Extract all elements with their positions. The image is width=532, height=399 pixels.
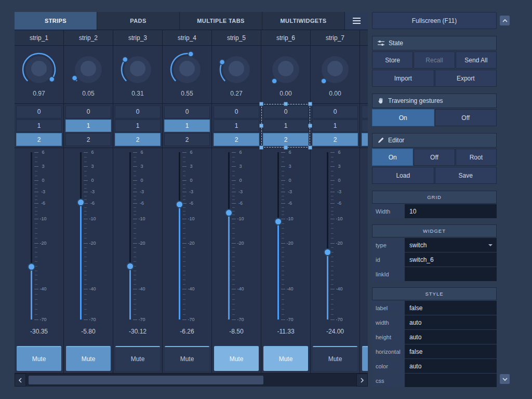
switch-option[interactable]: 0 [65, 105, 111, 118]
property-value-Width[interactable]: 10 [405, 204, 497, 218]
knob-widget[interactable]: 0.00 [311, 46, 360, 104]
knob-widget[interactable]: 0.05 [64, 46, 113, 104]
switch-option[interactable]: 0 [263, 105, 309, 118]
switch-option[interactable]: 1 [312, 119, 358, 132]
scroll-up-button[interactable] [500, 16, 510, 25]
knob-dial[interactable] [217, 50, 256, 89]
mute-button[interactable]: Mute [214, 346, 259, 371]
mute-button[interactable]: Mute [263, 346, 308, 371]
switch-option[interactable]: 1 [214, 119, 259, 132]
traversing-off-button[interactable]: Off [435, 109, 497, 126]
editor-root-button[interactable]: Root [456, 149, 497, 166]
knob-widget[interactable]: 0.31 [113, 46, 162, 104]
switch-option[interactable]: 2 [312, 133, 358, 146]
fader-handle[interactable] [28, 263, 35, 271]
editor-on-button[interactable]: On [372, 149, 413, 166]
property-value-horizontal[interactable]: false [405, 344, 497, 358]
scroll-left-button[interactable] [15, 374, 26, 387]
fader-widget[interactable]: 630-3-6-10-20-40-70 -30.35 [15, 148, 63, 344]
switch-option[interactable]: 0 [115, 105, 161, 118]
mute-button[interactable]: Mute [313, 346, 357, 371]
knob-dial[interactable] [20, 50, 58, 89]
fader-widget[interactable]: 630-3-6-10-20-40-70 -8.50 [212, 148, 261, 344]
selection-handle[interactable] [309, 124, 312, 128]
save-button[interactable]: Save [435, 167, 497, 184]
fader-widget[interactable]: 630-3-6-10-20-40-70 [360, 148, 368, 344]
selection-handle[interactable] [260, 102, 263, 106]
switch-option[interactable]: 1 [115, 119, 161, 132]
selection-handle[interactable] [284, 146, 288, 150]
scroll-track[interactable] [26, 374, 356, 387]
scroll-thumb[interactable] [29, 376, 263, 384]
selection-handle[interactable] [260, 124, 263, 128]
scroll-right-button[interactable] [356, 374, 368, 387]
tab-multiple-tabs[interactable]: MULTIPLE TABS [180, 12, 262, 30]
switch-option[interactable]: 2 [362, 133, 368, 146]
store-button[interactable]: Store [372, 51, 413, 69]
property-value-id[interactable]: switch_6 [405, 252, 497, 267]
switch-option[interactable]: 1 [362, 119, 368, 132]
export-button[interactable]: Export [435, 70, 497, 87]
selection-handle[interactable] [309, 102, 312, 106]
load-button[interactable]: Load [372, 167, 434, 184]
property-value-width[interactable]: auto [405, 315, 497, 329]
fader-handle[interactable] [225, 209, 233, 217]
horizontal-scrollbar[interactable] [15, 373, 368, 387]
knob-dial[interactable] [365, 50, 368, 89]
switch-option[interactable]: 0 [312, 105, 358, 118]
switch-option[interactable]: 1 [263, 119, 309, 132]
fader-handle[interactable] [126, 262, 134, 270]
fader-handle[interactable] [324, 248, 331, 256]
send-all-button[interactable]: Send All [456, 51, 497, 69]
fader-widget[interactable]: 630-3-6-10-20-40-70 -30.12 [113, 148, 162, 344]
switch-option[interactable]: 1 [164, 119, 210, 132]
fader-widget[interactable]: 630-3-6-10-20-40-70 -5.80 [64, 148, 113, 344]
selection-handle[interactable] [309, 146, 312, 150]
fader-widget[interactable]: 630-3-6-10-20-40-70 -11.33 [261, 148, 310, 344]
mute-button[interactable]: Mute [66, 346, 111, 371]
menu-button[interactable] [345, 12, 368, 30]
fader-widget[interactable]: 630-3-6-10-20-40-70 -24.00 [311, 148, 360, 344]
switch-option[interactable]: 0 [362, 105, 368, 118]
knob-widget[interactable]: 0.55 [163, 46, 211, 104]
mute-button[interactable]: Mute [17, 346, 61, 371]
knob-widget[interactable]: 0.00 [261, 46, 310, 104]
switch-option[interactable]: 1 [16, 119, 62, 132]
knob-widget[interactable] [360, 46, 368, 104]
knob-dial[interactable] [316, 50, 354, 89]
property-value-color[interactable]: auto [405, 359, 497, 373]
selection-handle[interactable] [260, 146, 263, 150]
knob-widget[interactable]: 0.97 [15, 46, 63, 104]
knob-dial[interactable] [267, 50, 305, 89]
switch-option[interactable]: 1 [65, 119, 111, 132]
mute-button[interactable]: Mute [165, 346, 209, 371]
switch-option[interactable]: 2 [214, 133, 259, 146]
import-button[interactable]: Import [372, 70, 434, 87]
switch-option[interactable]: 2 [164, 133, 210, 146]
selection-handle[interactable] [284, 102, 288, 106]
property-value-type[interactable]: switch [405, 238, 497, 252]
fullscreen-button[interactable]: Fullscreen (F11) [372, 12, 497, 29]
editor-off-button[interactable]: Off [414, 149, 455, 166]
switch-option[interactable]: 0 [214, 105, 259, 118]
switch-option[interactable]: 0 [16, 105, 62, 118]
knob-dial[interactable] [168, 50, 206, 89]
scroll-down-button[interactable] [500, 374, 510, 384]
fader-handle[interactable] [176, 201, 183, 208]
property-value-linkId[interactable] [405, 267, 497, 281]
property-value-height[interactable]: auto [405, 330, 497, 344]
tab-pads[interactable]: PADS [97, 12, 180, 30]
switch-option[interactable]: 0 [164, 105, 210, 118]
knob-dial[interactable] [69, 50, 108, 89]
property-value-label[interactable]: false [405, 301, 497, 315]
knob-widget[interactable]: 0.27 [212, 46, 261, 104]
switch-option[interactable]: 2 [16, 133, 62, 146]
fader-widget[interactable]: 630-3-6-10-20-40-70 -6.26 [163, 148, 211, 344]
knob-dial[interactable] [118, 50, 157, 89]
tab-multiwidgets[interactable]: MULTIWIDGETS [262, 12, 345, 30]
recall-button[interactable]: Recall [414, 51, 455, 69]
traversing-on-button[interactable]: On [372, 109, 434, 126]
switch-option[interactable]: 2 [115, 133, 161, 146]
switch-option[interactable]: 2 [263, 133, 309, 146]
mute-button[interactable]: Mute [115, 346, 160, 371]
